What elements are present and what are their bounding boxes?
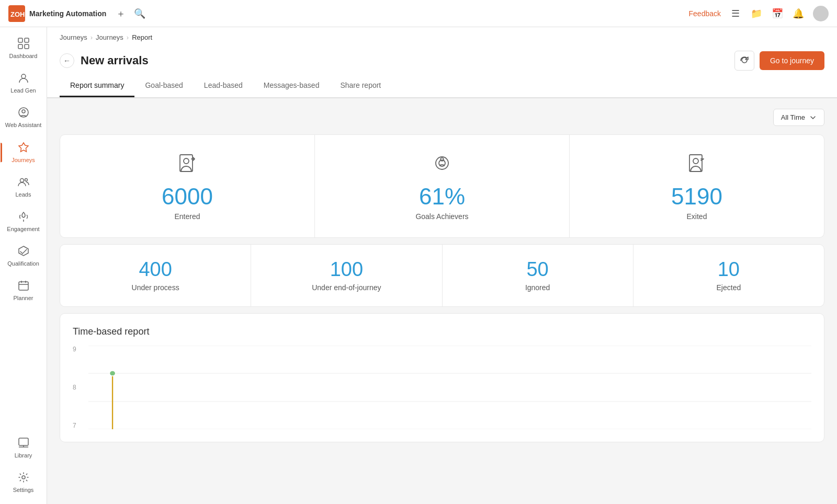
stat-card-under-process: 400 Under process	[60, 245, 251, 306]
zoho-logo-icon: ZOHO	[8, 5, 25, 22]
bell-icon[interactable]: 🔔	[792, 7, 805, 20]
tab-share-report[interactable]: Share report	[330, 75, 391, 97]
go-to-journey-button[interactable]: Go to journey	[760, 51, 824, 70]
folder-icon[interactable]: 📁	[750, 7, 763, 20]
time-report-section: Time-based report 9 8 7	[60, 313, 824, 442]
stat-card-under-end-of-journey: 100 Under end-of-journey	[251, 245, 442, 306]
page-title: New arrivals	[81, 54, 149, 67]
stat-value-exited: 5190	[671, 185, 722, 208]
tab-lead-based[interactable]: Lead-based	[194, 75, 253, 97]
stat-card-ejected: 10 Ejected	[634, 245, 824, 306]
svg-point-28	[693, 158, 698, 164]
sidebar-item-library[interactable]: Library	[3, 432, 44, 464]
chart-plot	[88, 346, 811, 429]
svg-point-21	[22, 476, 25, 479]
tabs: Report summary Goal-based Lead-based Mes…	[47, 75, 837, 98]
secondary-stats-row: 400 Under process 100 Under end-of-journ…	[60, 244, 824, 307]
sidebar-item-lead-gen[interactable]: Lead Gen	[3, 67, 44, 99]
y-label-8: 8	[73, 384, 84, 391]
stat-card-goals: 61% Goals Achievers	[315, 135, 570, 237]
topbar-actions: ＋ 🔍	[115, 7, 146, 20]
filter-bar: All Time	[60, 109, 824, 126]
svg-point-11	[25, 178, 27, 181]
topbar: ZOHO Marketing Automation ＋ 🔍 Feedback ☰…	[0, 0, 837, 27]
svg-marker-9	[19, 143, 28, 152]
stat-value-ignored: 50	[526, 259, 548, 279]
stat-value-under-eoj: 100	[330, 259, 363, 279]
sidebar-item-planner[interactable]: Planner	[3, 274, 44, 307]
sidebar-dashboard-label: Dashboard	[9, 53, 38, 60]
add-icon[interactable]: ＋	[115, 7, 127, 20]
svg-rect-18	[19, 438, 28, 445]
leads-icon	[18, 176, 29, 189]
stat-label-exited: Exited	[687, 212, 707, 221]
search-icon[interactable]: 🔍	[133, 7, 146, 20]
sidebar-item-web-assistant[interactable]: Web Assistant	[3, 101, 44, 134]
qualification-icon	[18, 245, 29, 258]
stat-label-goals: Goals Achievers	[415, 212, 468, 221]
tab-report-summary[interactable]: Report summary	[60, 75, 134, 97]
breadcrumb-journeys-2[interactable]: Journeys	[96, 33, 123, 41]
tab-messages-based[interactable]: Messages-based	[253, 75, 330, 97]
sidebar-item-leads[interactable]: Leads	[3, 171, 44, 203]
svg-rect-2	[18, 38, 22, 42]
y-label-9: 9	[73, 346, 84, 353]
sidebar-lead-gen-label: Lead Gen	[10, 87, 36, 94]
svg-rect-3	[25, 38, 29, 42]
main-stats-row: 6000 Entered 61% Goals Achievers	[60, 134, 824, 238]
stat-label-ignored: Ignored	[525, 283, 550, 292]
lead-gen-icon	[18, 72, 29, 85]
back-button[interactable]: ←	[60, 53, 74, 68]
sidebar-engagement-label: Engagement	[7, 226, 39, 233]
stat-value-under-process: 400	[139, 259, 172, 279]
sidebar-item-settings[interactable]: Settings	[3, 466, 44, 499]
content-area: All Time 6000	[47, 98, 837, 504]
sidebar-item-journeys[interactable]: Journeys	[3, 136, 44, 169]
sidebar-leads-label: Leads	[16, 191, 31, 198]
sidebar-item-qualification[interactable]: Qualification	[3, 240, 44, 272]
chart-svg	[88, 346, 811, 429]
exited-icon	[685, 152, 708, 179]
header-actions: Go to journey	[734, 51, 824, 71]
user-avatar[interactable]	[813, 6, 829, 21]
svg-point-26	[440, 158, 444, 161]
svg-point-24	[436, 157, 448, 169]
stat-value-ejected: 10	[718, 259, 740, 279]
time-filter-dropdown[interactable]: All Time	[773, 109, 824, 126]
feedback-link[interactable]: Feedback	[689, 9, 721, 18]
svg-point-10	[20, 178, 24, 182]
refresh-button[interactable]	[734, 51, 754, 71]
page-header: ← New arrivals Go to journey	[47, 44, 837, 71]
stat-value-goals: 61%	[419, 185, 465, 208]
stat-label-entered: Entered	[174, 212, 200, 221]
svg-point-33	[109, 371, 116, 376]
breadcrumb-report: Report	[132, 33, 152, 41]
chart-yaxis: 9 8 7	[73, 346, 88, 429]
breadcrumb-journeys-1[interactable]: Journeys	[60, 33, 87, 41]
sidebar-qualification-label: Qualification	[7, 260, 39, 267]
layout: Dashboard Lead Gen Web Assistant Journey…	[0, 27, 837, 504]
dashboard-icon	[18, 38, 29, 51]
stat-label-ejected: Ejected	[717, 283, 741, 292]
list-icon[interactable]: ☰	[729, 7, 742, 20]
journeys-icon	[18, 142, 29, 155]
sidebar-item-dashboard[interactable]: Dashboard	[3, 32, 44, 65]
sidebar-web-assistant-label: Web Assistant	[5, 122, 42, 129]
calendar-icon[interactable]: 📅	[771, 7, 784, 20]
sidebar-settings-label: Settings	[13, 487, 34, 494]
svg-marker-13	[19, 246, 28, 256]
breadcrumb: Journeys › Journeys › Report	[47, 27, 837, 44]
sidebar-journeys-label: Journeys	[12, 157, 35, 164]
engagement-icon	[18, 211, 29, 224]
sidebar: Dashboard Lead Gen Web Assistant Journey…	[0, 27, 47, 504]
svg-point-8	[22, 110, 25, 113]
sidebar-item-engagement[interactable]: Engagement	[3, 205, 44, 238]
entered-icon	[176, 152, 199, 179]
y-label-7: 7	[73, 422, 84, 429]
chart-area: 9 8 7	[73, 346, 811, 429]
topbar-right: Feedback ☰ 📁 📅 🔔	[689, 6, 829, 21]
sidebar-library-label: Library	[15, 452, 32, 459]
svg-rect-14	[19, 282, 28, 290]
web-assistant-icon	[18, 107, 29, 120]
tab-goal-based[interactable]: Goal-based	[134, 75, 193, 97]
